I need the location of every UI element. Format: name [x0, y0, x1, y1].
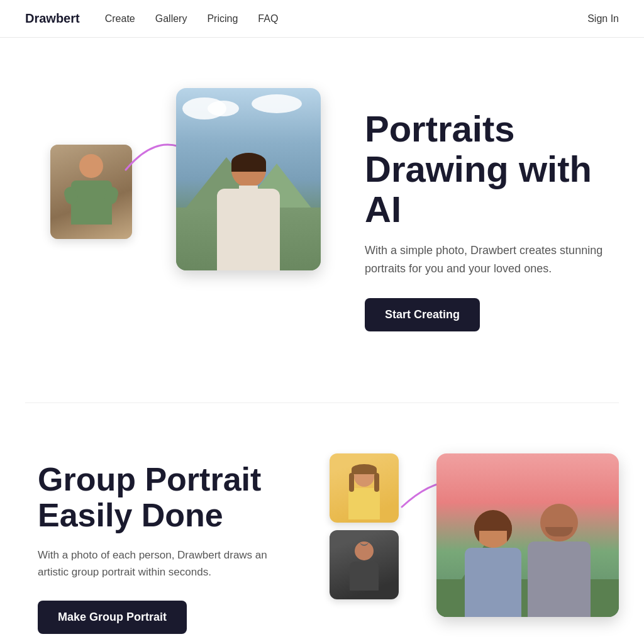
group-result-people: [436, 504, 619, 617]
make-group-portrait-button[interactable]: Make Group Portrait: [38, 601, 187, 634]
portrait-head: [231, 153, 266, 187]
portrait-collar: [239, 186, 258, 198]
nav-faq[interactable]: FAQ: [258, 13, 278, 25]
group-man-head: [540, 504, 578, 541]
hero-title: Portraits Drawing with AI: [365, 109, 619, 229]
group-woman-head: [474, 510, 512, 548]
group-result-portrait: [436, 453, 619, 617]
man-head: [355, 541, 374, 560]
nav-links: Create Gallery Pricing FAQ: [105, 13, 279, 25]
group-title: Group Portrait Easily Done: [38, 462, 304, 533]
nav-gallery[interactable]: Gallery: [155, 13, 187, 25]
navbar: Drawbert Create Gallery Pricing FAQ Sign…: [0, 0, 644, 38]
group-description: With a photo of each person, Drawbert dr…: [38, 547, 289, 580]
silhouette-arms: [65, 187, 118, 206]
silhouette-body: [71, 180, 112, 225]
start-creating-button[interactable]: Start Creating: [365, 298, 480, 331]
woman-body: [348, 488, 380, 519]
woman-figure: [348, 467, 380, 523]
person-silhouette: [66, 154, 116, 230]
group-man-body: [528, 541, 591, 617]
group-woman-body: [465, 548, 521, 617]
signin-link[interactable]: Sign In: [587, 13, 619, 25]
hero-text: Portraits Drawing with AI With a simple …: [365, 109, 619, 331]
man-body: [350, 562, 379, 591]
input-photos-small: [330, 453, 399, 599]
group-result-background: [436, 453, 619, 617]
group-man: [528, 504, 591, 617]
nav-create[interactable]: Create: [105, 13, 135, 25]
portrait-hair: [231, 153, 266, 172]
portrait-body: [217, 189, 280, 270]
group-text: Group Portrait Easily Done With a photo …: [38, 462, 304, 634]
group-input-photo-1: [330, 453, 399, 523]
woman-head: [354, 467, 374, 487]
output-portrait: [176, 88, 321, 270]
silhouette-head: [79, 154, 103, 178]
cloud-2: [208, 101, 239, 116]
group-woman: [465, 510, 521, 617]
man-figure: [350, 540, 379, 591]
group-images: [330, 453, 619, 642]
logo[interactable]: Drawbert: [25, 11, 80, 26]
hero-description: With a simple photo, Drawbert creates st…: [365, 242, 619, 278]
nav-pricing[interactable]: Pricing: [207, 13, 238, 25]
portrait-background: [176, 88, 321, 270]
group-input-photo-2: [330, 530, 399, 599]
group-section: Group Portrait Easily Done With a photo …: [0, 403, 644, 644]
hero-section: Portraits Drawing with AI With a simple …: [0, 38, 644, 402]
cloud-3: [252, 94, 302, 113]
portrait-person: [217, 153, 280, 270]
hero-images: [38, 88, 340, 352]
